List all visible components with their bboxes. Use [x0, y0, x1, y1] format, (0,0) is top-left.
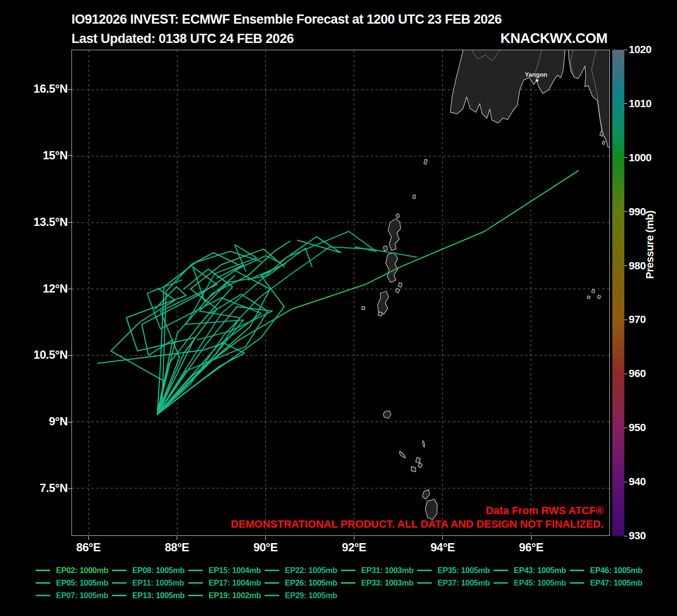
- legend-item-EP02: EP02: 1000mb: [29, 564, 105, 576]
- legend-line-swatch: [570, 582, 584, 584]
- island-coastline: [418, 462, 423, 468]
- y-tick-label: 10.5°N: [20, 348, 68, 362]
- y-tick-label: 9°N: [20, 415, 68, 428]
- x-tick-label: 86°E: [67, 541, 110, 554]
- y-tick-label: 7.5°N: [20, 481, 68, 495]
- island-coastline: [413, 195, 416, 198]
- colorbar-tick-label: 960: [629, 367, 646, 380]
- legend-label: EP19: 1002mb: [209, 591, 261, 600]
- island-coastline: [378, 312, 382, 316]
- island-coastline: [587, 296, 590, 299]
- legend-column: EP22: 1005mbEP26: 1005mbEP29: 1005mb: [258, 564, 334, 602]
- x-tick-mark: [265, 536, 266, 540]
- brand-watermark: KNACKWX.COM: [500, 30, 607, 46]
- legend-column: EP46: 1005mbEP47: 1005mb: [563, 564, 639, 602]
- colorbar-tick-mark: [624, 103, 627, 104]
- x-tick-label: 92°E: [332, 541, 376, 554]
- legend-label: EP46: 1005mb: [590, 566, 642, 575]
- legend-label: EP33: 1003mb: [361, 578, 413, 588]
- island-coastline: [378, 291, 389, 314]
- colorbar-tick-mark: [624, 50, 627, 50]
- legend-label: EP15: 1004mb: [209, 566, 261, 575]
- y-tick-label: 15°N: [20, 149, 68, 162]
- legend-label: EP02: 1000mb: [56, 566, 108, 575]
- legend-item-EP47: EP47: 1005mb: [563, 576, 639, 589]
- legend-item-EP35: EP35: 1005mb: [410, 564, 487, 576]
- colorbar-tick-label: 940: [629, 476, 646, 488]
- colorbar-tick-label: 1020: [629, 43, 651, 56]
- legend-item-EP43: EP43: 1005mb: [487, 564, 563, 576]
- legend-item-EP29: EP29: 1005mb: [258, 589, 334, 602]
- legend-item-EP33: EP33: 1003mb: [334, 576, 410, 589]
- colorbar-tick-mark: [624, 428, 627, 428]
- legend-column: EP08: 1005mbEP11: 1005mbEP13: 1005mb: [105, 564, 182, 602]
- island-coastline: [396, 213, 400, 218]
- colorbar-tick-mark: [624, 266, 627, 266]
- ensemble-track-EP29: [157, 247, 417, 414]
- legend-line-swatch: [341, 582, 355, 584]
- colorbar-tick-mark: [624, 482, 627, 482]
- map-plot-area: YangonData From RWS ATCF®DEMONSTRATIONAL…: [71, 50, 610, 536]
- colorbar: [612, 50, 624, 536]
- y-tick-label: 13.5°N: [20, 215, 68, 229]
- chart-title: IO912026 INVEST: ECMWF Ensemble Forecast…: [71, 10, 502, 29]
- island-coastline: [383, 246, 388, 251]
- legend-line-swatch: [188, 595, 203, 596]
- legend-label: EP26: 1005mb: [285, 578, 337, 588]
- island-coastline: [597, 295, 601, 299]
- legend-line-swatch: [265, 582, 279, 584]
- colorbar-tick-mark: [624, 157, 627, 158]
- legend-line-swatch: [36, 582, 50, 584]
- y-tick-mark: [68, 289, 71, 289]
- island-coastline: [400, 451, 406, 458]
- legend-column: EP35: 1005mbEP37: 1005mb: [410, 564, 487, 602]
- island-coastline: [423, 440, 424, 447]
- y-tick-mark: [68, 155, 71, 156]
- legend-label: EP17: 1004mb: [209, 578, 261, 588]
- legend-item-EP15: EP15: 1004mb: [182, 564, 258, 576]
- y-tick-label: 16.5°N: [20, 82, 68, 96]
- island-coastline: [602, 141, 605, 145]
- legend-line-swatch: [417, 570, 432, 571]
- legend-column: EP43: 1005mbEP45: 1005mb: [487, 564, 563, 602]
- x-tick-mark: [442, 536, 443, 540]
- x-tick-mark: [531, 536, 532, 540]
- legend-label: EP08: 1005mb: [132, 566, 184, 575]
- y-tick-mark: [68, 89, 71, 90]
- island-coastline: [383, 411, 391, 419]
- legend-label: EP29: 1005mb: [285, 591, 337, 600]
- legend-item-EP19: EP19: 1002mb: [182, 589, 258, 602]
- legend-line-swatch: [36, 570, 50, 571]
- x-tick-mark: [177, 536, 177, 540]
- colorbar-tick-label: 1010: [629, 98, 651, 110]
- demo-product-warning: DEMONSTRATIONAL PRODUCT. ALL DATA AND DE…: [231, 518, 604, 530]
- legend-label: EP31: 1003mb: [361, 566, 413, 575]
- legend-item-EP46: EP46: 1005mb: [563, 564, 639, 576]
- colorbar-tick-label: 990: [629, 206, 646, 218]
- legend-label: EP13: 1005mb: [132, 591, 184, 600]
- y-tick-mark: [68, 222, 71, 223]
- island-coastline: [592, 289, 595, 293]
- colorbar-gradient: [612, 50, 624, 536]
- colorbar-tick-label: 1000: [629, 152, 651, 164]
- y-tick-mark: [68, 422, 71, 422]
- x-tick-label: 96°E: [509, 541, 553, 554]
- data-source-warning: Data From RWS ATCF®: [486, 504, 604, 517]
- legend-item-EP45: EP45: 1005mb: [487, 576, 563, 589]
- legend-line-swatch: [341, 570, 355, 571]
- island-coastline: [423, 490, 430, 499]
- legend-column: EP15: 1004mbEP17: 1004mbEP19: 1002mb: [182, 564, 258, 602]
- colorbar-tick-label: 950: [629, 421, 646, 434]
- legend-label: EP43: 1005mb: [514, 566, 566, 575]
- colorbar-tick-mark: [624, 211, 627, 212]
- legend-item-EP05: EP05: 1005mb: [29, 576, 105, 589]
- legend-label: EP47: 1005mb: [590, 578, 642, 588]
- legend-label: EP11: 1005mb: [132, 578, 184, 588]
- legend-line-swatch: [570, 570, 584, 571]
- legend-line-swatch: [188, 582, 203, 584]
- island-coastline: [386, 252, 398, 282]
- ensemble-legend: EP02: 1000mbEP05: 1005mbEP07: 1005mbEP08…: [29, 564, 639, 602]
- island-coastline: [424, 159, 427, 165]
- legend-item-EP37: EP37: 1005mb: [410, 576, 487, 589]
- x-tick-mark: [88, 536, 89, 540]
